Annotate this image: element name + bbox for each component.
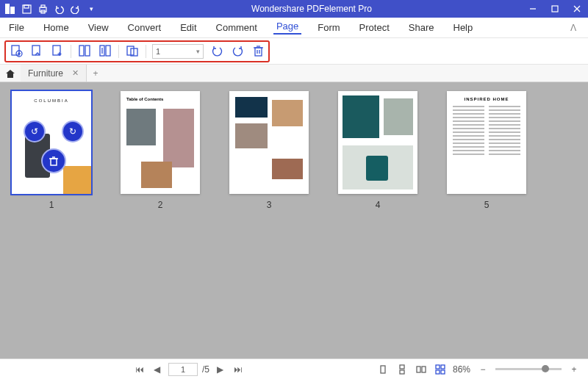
app-logo-icon xyxy=(4,3,16,15)
home-tab-icon[interactable] xyxy=(0,65,21,82)
page-thumbnail[interactable]: Table of Contents 2 xyxy=(121,91,200,210)
split-page2-icon[interactable] xyxy=(98,44,112,59)
current-page-field[interactable]: 1 xyxy=(168,363,198,376)
print-icon[interactable] xyxy=(37,3,49,15)
menu-comment[interactable]: Comment xyxy=(213,22,260,33)
page-thumbnail[interactable]: 4 xyxy=(338,91,417,210)
thumbnail-grid: COLUMBIA ↺ ↻ 1 Table of Contents 2 3 4 I… xyxy=(0,82,588,358)
minimize-button[interactable] xyxy=(522,0,544,18)
split-page-icon[interactable] xyxy=(77,44,92,59)
app-title: Wondershare PDFelement Pro xyxy=(101,4,522,14)
view-single-icon[interactable] xyxy=(376,363,390,376)
menu-share[interactable]: Share xyxy=(406,22,437,33)
extract-page-icon[interactable] xyxy=(29,44,44,59)
svg-rect-0 xyxy=(5,4,10,14)
page-number-label: 1 xyxy=(49,200,54,210)
view-continuous-icon[interactable] xyxy=(395,363,409,376)
next-page-button[interactable]: ▶ xyxy=(214,363,227,376)
menu-protect[interactable]: Protect xyxy=(356,22,392,33)
thumb-title: INSPIRED HOME xyxy=(453,97,520,101)
menu-bar: File Home View Convert Edit Comment Page… xyxy=(0,18,588,38)
svg-rect-35 xyxy=(400,365,404,369)
svg-rect-3 xyxy=(24,5,29,8)
menu-form[interactable]: Form xyxy=(315,22,343,33)
status-bar: ⏮ ◀ 1 /5 ▶ ⏭ 86% − + xyxy=(0,358,588,379)
extract-page2-icon[interactable] xyxy=(50,44,65,59)
svg-rect-42 xyxy=(441,370,445,374)
rotate-left-icon[interactable] xyxy=(209,44,224,59)
last-page-button[interactable]: ⏭ xyxy=(232,363,245,376)
zoom-in-button[interactable]: + xyxy=(567,363,581,376)
svg-rect-39 xyxy=(436,365,440,369)
page-total-label: /5 xyxy=(202,364,209,375)
menu-convert[interactable]: Convert xyxy=(125,22,165,33)
zoom-label: 86% xyxy=(453,364,470,375)
svg-rect-40 xyxy=(441,365,445,369)
page-number-label: 2 xyxy=(158,200,163,210)
prev-page-button[interactable]: ◀ xyxy=(151,363,164,376)
page-thumbnail[interactable]: 3 xyxy=(229,91,309,210)
thumb-title: COLUMBIA xyxy=(16,98,87,103)
maximize-button[interactable] xyxy=(544,0,566,18)
collapse-ribbon-icon[interactable]: ᐱ xyxy=(564,23,582,33)
svg-rect-37 xyxy=(417,367,420,372)
menu-file[interactable]: File xyxy=(6,22,27,33)
thumb-title: Table of Contents xyxy=(121,91,200,107)
close-tab-icon[interactable]: ✕ xyxy=(72,68,79,78)
menu-page[interactable]: Page xyxy=(273,21,301,35)
zoom-slider[interactable] xyxy=(495,368,562,370)
delete-page-icon[interactable] xyxy=(251,44,265,59)
svg-rect-22 xyxy=(106,46,110,56)
page-thumbnail[interactable]: COLUMBIA ↺ ↻ 1 xyxy=(12,91,91,210)
save-icon[interactable] xyxy=(21,3,32,15)
document-tab[interactable]: Furniture ✕ xyxy=(21,65,87,82)
svg-rect-5 xyxy=(41,5,45,7)
more-icon[interactable]: ▾ xyxy=(85,3,97,15)
title-bar: ▾ Wondershare PDFelement Pro xyxy=(0,0,588,18)
redo-icon[interactable] xyxy=(69,3,81,15)
svg-rect-34 xyxy=(381,366,385,373)
menu-edit[interactable]: Edit xyxy=(177,22,199,33)
chevron-down-icon: ▾ xyxy=(196,48,200,55)
page-number-label: 3 xyxy=(267,200,272,210)
svg-rect-36 xyxy=(400,370,404,374)
delete-overlay-icon[interactable] xyxy=(43,150,65,172)
view-facing-icon[interactable] xyxy=(415,363,428,376)
menu-help[interactable]: Help xyxy=(451,22,476,33)
svg-rect-41 xyxy=(436,370,440,374)
rotate-right-icon[interactable] xyxy=(230,44,245,59)
undo-icon[interactable] xyxy=(53,3,65,15)
insert-page-icon[interactable] xyxy=(9,44,24,59)
svg-rect-31 xyxy=(51,159,57,165)
first-page-button[interactable]: ⏮ xyxy=(133,363,146,376)
page-number-label: 4 xyxy=(376,200,381,210)
menu-home[interactable]: Home xyxy=(40,22,72,33)
view-thumbnails-icon[interactable] xyxy=(434,363,447,376)
tab-label: Furniture xyxy=(28,68,63,79)
tab-strip: Furniture ✕ + xyxy=(0,65,588,82)
close-button[interactable] xyxy=(566,0,588,18)
svg-rect-26 xyxy=(255,48,262,56)
svg-rect-1 xyxy=(10,7,15,14)
rotate-overlay-icon[interactable]: ↺ xyxy=(25,122,44,141)
zoom-out-button[interactable]: − xyxy=(476,363,490,376)
toolbar-highlight: 1▾ xyxy=(4,40,270,62)
page-number-input[interactable]: 1▾ xyxy=(152,44,204,59)
svg-rect-38 xyxy=(422,367,426,372)
page-number-label: 5 xyxy=(484,200,490,210)
page-number-value: 1 xyxy=(156,47,160,56)
replace-page-icon[interactable] xyxy=(125,44,140,59)
page-thumbnail[interactable]: INSPIRED HOME 5 xyxy=(447,91,526,210)
new-tab-button[interactable]: + xyxy=(87,65,104,82)
svg-rect-19 xyxy=(79,46,84,56)
svg-rect-8 xyxy=(552,6,558,12)
page-toolbar: 1▾ xyxy=(0,38,588,65)
menu-view[interactable]: View xyxy=(85,22,112,33)
svg-rect-4 xyxy=(40,7,46,12)
rotate-overlay2-icon[interactable]: ↻ xyxy=(63,122,82,141)
svg-rect-20 xyxy=(85,46,90,56)
